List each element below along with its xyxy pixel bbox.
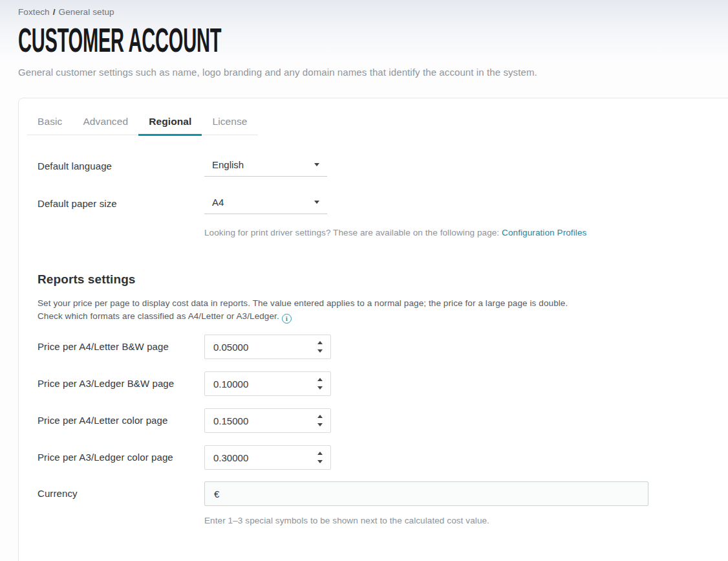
spinner-up-icon[interactable] <box>317 378 323 382</box>
price-a3-color-box <box>204 445 331 470</box>
currency-input[interactable] <box>205 482 648 505</box>
settings-card: Basic Advanced Regional License Default … <box>18 98 728 561</box>
page-subtitle: General customer settings such as name, … <box>18 67 537 78</box>
chevron-down-icon <box>314 201 319 204</box>
reports-description-line1: Set your price per page to display cost … <box>37 298 568 308</box>
price-a4-color-box <box>204 408 331 433</box>
tab-license[interactable]: License <box>202 109 257 135</box>
default-paper-size-value: A4 <box>212 197 314 208</box>
spinner-up-icon[interactable] <box>317 415 323 419</box>
reports-settings-description: Set your price per page to display cost … <box>37 297 568 324</box>
default-language-label: Default language <box>37 160 112 171</box>
price-row-a4-bw: Price per A4/Letter B&W page <box>19 335 728 359</box>
price-a4-bw-spinner <box>317 335 323 358</box>
tab-advanced[interactable]: Advanced <box>72 109 138 135</box>
price-a4-bw-input[interactable] <box>205 335 308 358</box>
configuration-profiles-link[interactable]: Configuration Profiles <box>502 228 586 237</box>
price-a3-color-label: Price per A3/Ledger color page <box>37 452 173 463</box>
price-a4-color-spinner <box>317 409 323 432</box>
currency-row: Currency <box>19 481 728 506</box>
breadcrumb-current: General setup <box>59 7 114 17</box>
currency-label: Currency <box>37 488 78 499</box>
default-language-select[interactable]: English <box>204 153 327 177</box>
tab-basic[interactable]: Basic <box>27 109 72 135</box>
price-a4-color-input[interactable] <box>205 409 308 432</box>
breadcrumb-root[interactable]: Foxtech <box>18 7 50 17</box>
info-icon[interactable] <box>282 314 292 324</box>
reports-description-line2: Check which formats are classified as A4… <box>37 311 279 321</box>
price-a4-bw-box <box>204 335 331 359</box>
print-driver-note: Looking for print driver settings? These… <box>204 228 586 237</box>
print-driver-note-text: Looking for print driver settings? These… <box>204 228 502 237</box>
default-paper-size-label: Default paper size <box>37 198 117 209</box>
price-a3-bw-spinner <box>317 372 323 395</box>
price-a4-color-label: Price per A4/Letter color page <box>37 415 167 426</box>
spinner-up-icon[interactable] <box>317 452 323 456</box>
chevron-down-icon <box>314 163 319 166</box>
price-a3-color-spinner <box>317 446 323 469</box>
price-a3-color-input[interactable] <box>205 446 308 469</box>
customer-account-page: Foxtech/General setup CUSTOMER ACCOUNT G… <box>0 0 728 561</box>
tab-bar: Basic Advanced Regional License <box>27 109 258 135</box>
tab-regional[interactable]: Regional <box>138 109 202 135</box>
default-language-value: English <box>212 159 314 170</box>
reports-settings-heading: Reports settings <box>37 272 136 287</box>
spinner-up-icon[interactable] <box>317 341 323 345</box>
price-row-a3-color: Price per A3/Ledger color page <box>19 445 728 470</box>
currency-box <box>204 481 648 506</box>
spinner-down-icon[interactable] <box>317 423 323 427</box>
price-row-a4-color: Price per A4/Letter color page <box>19 408 728 433</box>
page-title: CUSTOMER ACCOUNT <box>18 25 221 55</box>
price-a3-bw-input[interactable] <box>205 372 308 395</box>
default-paper-size-select[interactable]: A4 <box>204 190 327 214</box>
price-a4-bw-label: Price per A4/Letter B&W page <box>37 341 169 352</box>
price-a3-bw-label: Price per A3/Ledger B&W page <box>37 378 174 389</box>
spinner-down-icon[interactable] <box>317 349 323 353</box>
price-row-a3-bw: Price per A3/Ledger B&W page <box>19 371 728 396</box>
breadcrumb: Foxtech/General setup <box>18 7 114 17</box>
price-a3-bw-box <box>204 371 331 396</box>
spinner-down-icon[interactable] <box>317 460 323 464</box>
spinner-down-icon[interactable] <box>317 386 323 390</box>
currency-helper-text: Enter 1–3 special symbols to be shown ne… <box>204 516 489 525</box>
breadcrumb-separator: / <box>53 7 56 17</box>
